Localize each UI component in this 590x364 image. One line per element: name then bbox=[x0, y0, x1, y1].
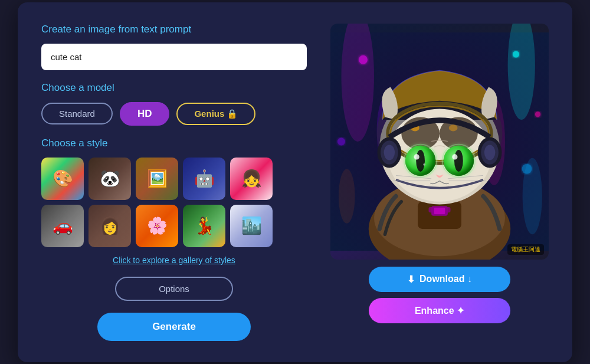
svg-point-26 bbox=[449, 124, 458, 131]
options-button[interactable]: Options bbox=[115, 277, 233, 301]
svg-point-37 bbox=[414, 154, 419, 159]
style-thumb-7[interactable]: 👩 bbox=[88, 205, 131, 247]
style-label: Choose a style bbox=[41, 137, 307, 149]
download-label: Download ↓ bbox=[419, 274, 472, 284]
prompt-section: Create an image from text prompt bbox=[41, 24, 307, 70]
prompt-input[interactable] bbox=[41, 44, 307, 70]
download-button[interactable]: ⬇ Download ↓ bbox=[369, 267, 510, 292]
svg-rect-47 bbox=[434, 207, 445, 214]
style-thumb-8[interactable]: 🌸 bbox=[136, 205, 178, 247]
style-thumb-1[interactable]: 🎨 bbox=[41, 158, 84, 200]
model-label: Choose a model bbox=[41, 82, 307, 94]
svg-point-35 bbox=[416, 149, 425, 171]
style-grid: 🎨 🐼 🖼️ 🤖 👧 🚗 👩 bbox=[41, 158, 307, 247]
svg-point-7 bbox=[359, 55, 368, 64]
image-buttons: ⬇ Download ↓ Enhance ✦ bbox=[330, 267, 549, 323]
gallery-link[interactable]: Click to explore a gallery of styles bbox=[41, 255, 307, 265]
style-thumb-9[interactable]: 💃 bbox=[183, 205, 225, 247]
style-thumb-4[interactable]: 🤖 bbox=[183, 158, 225, 200]
svg-point-8 bbox=[513, 51, 519, 57]
svg-point-32 bbox=[484, 145, 496, 160]
svg-point-39 bbox=[423, 163, 425, 166]
style-thumb-2[interactable]: 🐼 bbox=[88, 158, 131, 200]
generate-button[interactable]: Generate bbox=[97, 313, 251, 341]
svg-point-38 bbox=[452, 154, 457, 159]
svg-point-36 bbox=[454, 149, 463, 171]
generated-image: 電腦王阿達 bbox=[330, 24, 549, 260]
enhance-label: Enhance ✦ bbox=[415, 306, 464, 316]
svg-point-29 bbox=[384, 145, 395, 160]
download-icon: ⬇ bbox=[407, 274, 415, 285]
style-thumb-10[interactable]: 🏙️ bbox=[230, 205, 273, 247]
watermark: 電腦王阿達 bbox=[507, 244, 544, 255]
model-hd-button[interactable]: HD bbox=[120, 102, 170, 126]
style-thumb-5[interactable]: 👧 bbox=[230, 158, 273, 200]
left-panel: Create an image from text prompt Choose … bbox=[41, 24, 307, 341]
model-genius-button[interactable]: Genius 🔒 bbox=[176, 103, 255, 125]
svg-point-9 bbox=[535, 112, 540, 117]
model-section: Choose a model Standard HD Genius 🔒 bbox=[41, 82, 307, 126]
svg-point-6 bbox=[339, 169, 355, 224]
right-panel: 電腦王阿達 ⬇ Download ↓ Enhance ✦ bbox=[330, 24, 549, 341]
prompt-label: Create an image from text prompt bbox=[41, 24, 307, 35]
style-thumb-6[interactable]: 🚗 bbox=[41, 205, 84, 247]
svg-point-11 bbox=[522, 163, 532, 173]
svg-point-10 bbox=[337, 137, 345, 145]
style-thumb-3[interactable]: 🖼️ bbox=[136, 158, 178, 200]
model-buttons: Standard HD Genius 🔒 bbox=[41, 102, 307, 126]
cat-svg bbox=[330, 24, 549, 260]
app-container: Create an image from text prompt Choose … bbox=[18, 2, 572, 362]
model-standard-button[interactable]: Standard bbox=[41, 103, 113, 124]
style-section: Choose a style 🎨 🐼 🖼️ 🤖 👧 🚗 bbox=[41, 137, 307, 265]
enhance-button[interactable]: Enhance ✦ bbox=[369, 298, 510, 323]
